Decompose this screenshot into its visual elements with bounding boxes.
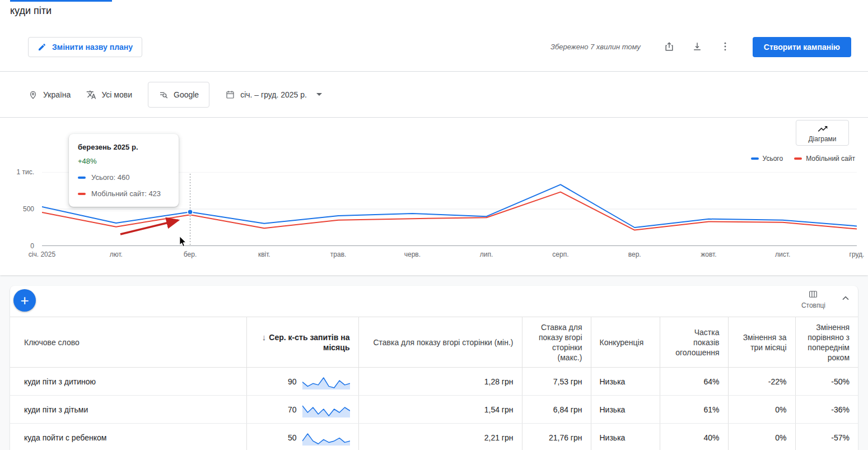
legend-item-total[interactable]: Усього (751, 155, 783, 163)
column-header[interactable]: Конкуренція (591, 317, 660, 368)
bid-min-cell: 1,28 грн (358, 368, 522, 396)
x-axis-label: черв. (404, 250, 421, 258)
legend-item-mobile[interactable]: Мобільний сайт (794, 155, 855, 163)
tooltip-dash-blue-icon (78, 177, 86, 179)
more-vert-icon (720, 41, 731, 52)
share-icon (664, 41, 675, 52)
monthly-searches-cell: 70 (246, 396, 358, 424)
charts-toggle-button[interactable]: Діаграми (796, 120, 849, 146)
chart-legend: Усього Мобільний сайт (751, 155, 855, 163)
three-month-change-cell: 0% (728, 396, 795, 424)
column-header[interactable]: ↓Сер. к-сть запитів на місяць (246, 317, 358, 368)
yoy-change-cell: -50% (795, 368, 858, 396)
create-campaign-button[interactable]: Створити кампанію (753, 37, 851, 57)
keyword-row[interactable]: куди піти з дітьми701,54 грн6,84 грнНизь… (10, 396, 858, 424)
keyword-row[interactable]: куда пойти с ребенком502,21 грн21,76 грн… (10, 424, 858, 450)
x-axis-label: бер. (184, 250, 197, 258)
column-header[interactable]: Змінення порівняно з попереднім роком (795, 317, 858, 368)
three-month-change-cell: 0% (728, 424, 795, 450)
x-axis-label: лип. (480, 250, 493, 258)
saved-status: Збережено 7 хвилин тому (550, 43, 641, 51)
trend-sparkline (302, 374, 350, 389)
x-axis-label: жовт. (701, 250, 716, 258)
download-icon (692, 41, 703, 52)
network-selector[interactable]: Google (148, 82, 209, 108)
tooltip-mobile-value: Мобільний сайт: 423 (91, 189, 161, 198)
keyword-row[interactable]: куди піти з дитиною901,28 грн7,53 грнНиз… (10, 368, 858, 396)
tooltip-dash-red-icon (78, 193, 86, 195)
impression-share-cell: 61% (660, 396, 728, 424)
bid-min-cell: 1,54 грн (358, 396, 522, 424)
trend-sparkline (302, 430, 350, 446)
legend-label-total: Усього (763, 155, 783, 163)
header-actions: Збережено 7 хвилин тому Створити кампані… (550, 37, 851, 57)
competition-cell: Низька (591, 424, 660, 450)
more-options-button[interactable] (718, 40, 732, 54)
x-axis-label: січ. 2025 (29, 250, 55, 258)
download-button[interactable] (690, 40, 704, 54)
translate-icon (86, 90, 96, 100)
impression-share-cell: 64% (660, 368, 728, 396)
collapse-table-button[interactable] (840, 293, 851, 306)
dropdown-caret-icon (316, 93, 322, 96)
plan-toolbar: Змінити назву плану Збережено 7 хвилин т… (0, 22, 868, 71)
column-header[interactable]: Змінення за три місяці (728, 317, 795, 368)
y-axis-label: 0 (30, 242, 34, 250)
keyword-cell: куди піти з дітьми (10, 396, 246, 424)
yoy-change-cell: -57% (795, 424, 858, 450)
competition-cell: Низька (591, 396, 660, 424)
x-axis-label: лист. (775, 250, 790, 258)
charts-toggle-label: Діаграми (808, 135, 836, 143)
network-selector-label: Google (174, 90, 199, 99)
searches-value: 50 (288, 433, 297, 442)
search-volume-chart-section: Діаграми Усього Мобільний сайт 1 тис. 50… (0, 118, 868, 275)
tooltip-item-mobile: Мобільний сайт: 423 (78, 189, 170, 198)
tab-area: куди піти (0, 0, 868, 22)
tooltip-change-percent: +48% (78, 157, 170, 165)
columns-button[interactable]: Стовпці (801, 289, 825, 309)
x-axis-label: груд. (850, 250, 865, 258)
mouse-cursor (179, 236, 187, 248)
date-range-selector[interactable]: січ. – груд. 2025 р. (225, 90, 322, 100)
page-title: куди піти (10, 5, 52, 17)
trending-up-icon (817, 123, 828, 134)
trend-sparkline (302, 402, 350, 417)
searches-value: 70 (288, 405, 297, 414)
calendar-icon (225, 90, 235, 100)
location-filter-label: Україна (43, 90, 71, 99)
share-button[interactable] (662, 40, 676, 54)
filter-bar: Україна Усі мови Google січ. – груд. 202… (0, 72, 868, 117)
language-filter[interactable]: Усі мови (86, 90, 132, 100)
yoy-change-cell: -36% (795, 396, 858, 424)
column-header[interactable]: Частка показів оголошення (660, 317, 728, 368)
sort-descending-icon: ↓ (262, 332, 267, 342)
bid-max-cell: 6,84 грн (522, 396, 591, 424)
column-header[interactable]: Ставка для показу вгорі сторінки (макс.) (522, 317, 591, 368)
chart-tooltip: березень 2025 р. +48% Усього: 460 Мобіль… (69, 134, 179, 207)
monthly-searches-cell: 50 (246, 424, 358, 450)
column-header[interactable]: Ставка для показу вгорі сторінки (мін.) (358, 317, 522, 368)
location-pin-icon (28, 90, 38, 100)
date-range-label: січ. – груд. 2025 р. (240, 90, 307, 99)
tooltip-total-value: Усього: 460 (91, 173, 130, 182)
table-toolbar: + Стовпці (10, 286, 858, 317)
three-month-change-cell: -22% (728, 368, 795, 396)
column-header[interactable]: Ключове слово (10, 317, 246, 368)
add-keywords-button[interactable]: + (13, 289, 36, 312)
legend-dash-blue-icon (751, 157, 759, 160)
bid-max-cell: 7,53 грн (522, 368, 591, 396)
columns-icon (808, 289, 818, 299)
x-axis: січ. 2025лют.бер.квіт.трав.черв.лип.серп… (42, 250, 857, 259)
location-filter[interactable]: Україна (28, 90, 71, 100)
y-axis-label: 500 (23, 205, 34, 213)
x-axis-label: вер. (628, 250, 641, 258)
x-axis-label: серп. (552, 250, 568, 258)
rename-plan-label: Змінити назву плану (52, 43, 133, 52)
keyword-cell: куди піти з дитиною (10, 368, 246, 396)
bid-min-cell: 2,21 грн (358, 424, 522, 450)
rename-plan-button[interactable]: Змінити назву плану (28, 37, 142, 57)
impression-share-cell: 40% (660, 424, 728, 450)
language-filter-label: Усі мови (101, 90, 132, 99)
plan-header-card: куди піти Змінити назву плану Збережено … (0, 0, 868, 275)
y-axis: 1 тис. 500 0 (0, 172, 38, 246)
